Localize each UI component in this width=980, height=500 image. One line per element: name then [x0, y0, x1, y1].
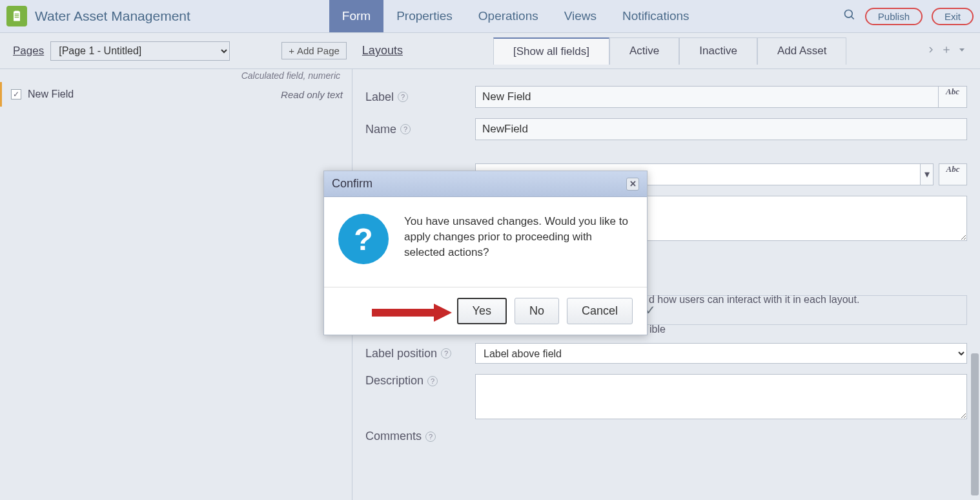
cancel-button[interactable]: Cancel: [567, 298, 633, 324]
label-input[interactable]: [475, 86, 939, 108]
dialog-header: Confirm ✕: [324, 171, 647, 197]
chevron-right-icon[interactable]: [926, 45, 936, 57]
checkbox-icon[interactable]: ✓: [11, 89, 21, 99]
svg-point-5: [844, 10, 852, 18]
pages-label[interactable]: Pages: [13, 45, 44, 57]
chevron-down-icon[interactable]: ▾: [921, 163, 934, 185]
row-label-position: Label position ? Label above field: [352, 338, 980, 369]
row-description: Description ?: [352, 369, 980, 424]
yes-button[interactable]: Yes: [457, 298, 507, 324]
layout-tab-showall[interactable]: [Show all fields]: [493, 37, 609, 65]
description-textarea[interactable]: [475, 374, 967, 419]
dialog-body: ? You have unsaved changes. Would you li…: [324, 197, 647, 287]
field-name: New Field: [28, 89, 74, 100]
no-button[interactable]: No: [515, 298, 559, 324]
chevron-down-icon[interactable]: [957, 45, 967, 57]
label-label: Label ?: [365, 90, 475, 104]
exit-button[interactable]: Exit: [932, 8, 974, 25]
top-bar: Water Asset Management Form Properties O…: [0, 0, 980, 33]
app-icon: [6, 6, 27, 26]
label-position-label: Label position ?: [365, 347, 475, 360]
tab-operations[interactable]: Operations: [465, 0, 551, 32]
layout-hint-partial: d how users can interact with it in each…: [649, 294, 859, 306]
top-tabs: Form Properties Operations Views Notific…: [329, 0, 702, 32]
scrollbar[interactable]: [970, 69, 980, 500]
confirm-dialog: Confirm ✕ ? You have unsaved changes. Wo…: [323, 171, 648, 335]
description-label: Description ?: [365, 374, 475, 388]
dialog-message: You have unsaved changes. Would you like…: [404, 214, 633, 270]
layout-tabs: [Show all fields] Active Inactive Add As…: [493, 37, 847, 65]
svg-rect-1: [15, 11, 19, 13]
field-row[interactable]: ✓ New Field Read only text: [0, 82, 352, 107]
svg-marker-9: [959, 48, 965, 52]
top-right: Publish Exit: [843, 8, 974, 25]
scrollbar-thumb[interactable]: [971, 353, 979, 495]
help-icon[interactable]: ?: [427, 376, 438, 386]
help-icon[interactable]: ?: [441, 348, 451, 359]
help-icon[interactable]: ?: [400, 124, 411, 134]
calc-field-hint: Calculated field, numeric: [0, 69, 352, 82]
app-title: Water Asset Management: [35, 8, 190, 24]
comments-label: Comments ?: [365, 430, 475, 443]
layouts-link[interactable]: Layouts: [362, 44, 403, 57]
search-icon[interactable]: [843, 8, 856, 24]
label-position-select[interactable]: Label above field: [475, 343, 967, 364]
publish-button[interactable]: Publish: [865, 8, 923, 25]
question-icon: ?: [338, 214, 389, 264]
toolbar: Pages [Page 1 - Untitled] + Add Page Lay…: [0, 33, 980, 69]
svg-rect-0: [14, 12, 20, 21]
add-page-button[interactable]: + Add Page: [281, 42, 347, 59]
row-name: Name ?: [352, 113, 980, 145]
description-text: Description: [365, 374, 424, 388]
tab-form[interactable]: Form: [329, 0, 383, 32]
layout-tab-addasset[interactable]: Add Asset: [757, 37, 847, 65]
layout-tab-active[interactable]: Active: [609, 37, 679, 65]
plus-icon[interactable]: [941, 45, 952, 57]
layout-tab-inactive[interactable]: Inactive: [679, 37, 757, 65]
tab-notifications[interactable]: Notifications: [609, 0, 702, 32]
pages-select[interactable]: [Page 1 - Untitled]: [50, 41, 230, 61]
help-icon[interactable]: ?: [425, 432, 436, 442]
dialog-footer: Yes No Cancel: [324, 287, 647, 335]
col-header-partial: ible: [649, 324, 666, 335]
help-icon[interactable]: ?: [398, 92, 408, 102]
name-text: Name: [365, 123, 396, 136]
row-comments: Comments ?: [352, 424, 980, 448]
dialog-title: Confirm: [332, 177, 373, 191]
toolbar-actions: [926, 45, 967, 57]
row-label: Label ? Abc: [352, 81, 980, 113]
tab-views[interactable]: Views: [551, 0, 609, 32]
close-icon[interactable]: ✕: [626, 178, 639, 191]
name-label: Name ?: [365, 123, 475, 136]
tab-properties[interactable]: Properties: [383, 0, 465, 32]
name-input[interactable]: [475, 118, 967, 140]
field-type: Read only text: [281, 89, 343, 100]
label-position-text: Label position: [365, 347, 437, 360]
abc-button[interactable]: Abc: [939, 86, 967, 108]
add-page-label: Add Page: [297, 45, 340, 56]
svg-line-6: [851, 17, 853, 19]
comments-text: Comments: [365, 430, 422, 443]
plus-icon: +: [289, 45, 294, 56]
abc-button[interactable]: Abc: [939, 163, 967, 185]
left-panel: Calculated field, numeric ✓ New Field Re…: [0, 69, 352, 500]
label-text: Label: [365, 90, 394, 104]
